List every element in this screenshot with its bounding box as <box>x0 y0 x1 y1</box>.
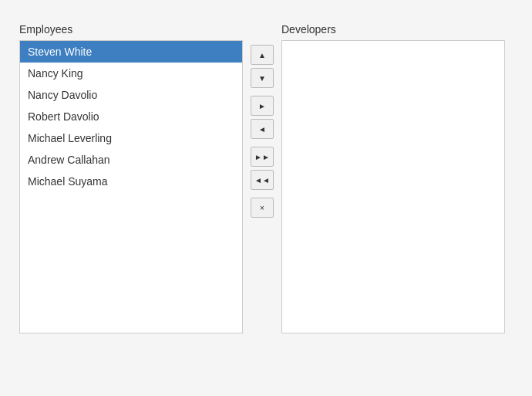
move-left-button[interactable]: ◄ <box>251 119 274 139</box>
developers-section: Developers <box>281 23 505 333</box>
dual-listbox: Employees Steven WhiteNancy KingNancy Da… <box>19 23 513 333</box>
move-right-button[interactable]: ► <box>251 96 274 116</box>
list-item[interactable]: Michael Suyama <box>20 171 242 192</box>
list-item[interactable]: Andrew Callahan <box>20 149 242 171</box>
list-item[interactable]: Nancy Davolio <box>20 84 242 106</box>
move-all-left-button[interactable]: ◄◄ <box>251 170 274 190</box>
employees-section: Employees Steven WhiteNancy KingNancy Da… <box>19 23 243 333</box>
remove-button[interactable]: × <box>251 198 274 218</box>
employees-label: Employees <box>19 23 243 36</box>
developers-listbox[interactable] <box>281 40 505 333</box>
move-all-right-button[interactable]: ►► <box>251 147 274 167</box>
move-up-button[interactable]: ▲ <box>251 45 274 65</box>
move-down-button[interactable]: ▼ <box>251 68 274 88</box>
list-item[interactable]: Steven White <box>20 41 242 63</box>
developers-label: Developers <box>281 23 505 36</box>
employees-listbox[interactable]: Steven WhiteNancy KingNancy DavolioRober… <box>19 40 243 333</box>
controls-panel: ▲ ▼ ► ◄ ►► ◄◄ × <box>243 23 281 218</box>
list-item[interactable]: Robert Davolio <box>20 106 242 127</box>
list-item[interactable]: Michael Leverling <box>20 127 242 149</box>
list-item[interactable]: Nancy King <box>20 63 242 84</box>
